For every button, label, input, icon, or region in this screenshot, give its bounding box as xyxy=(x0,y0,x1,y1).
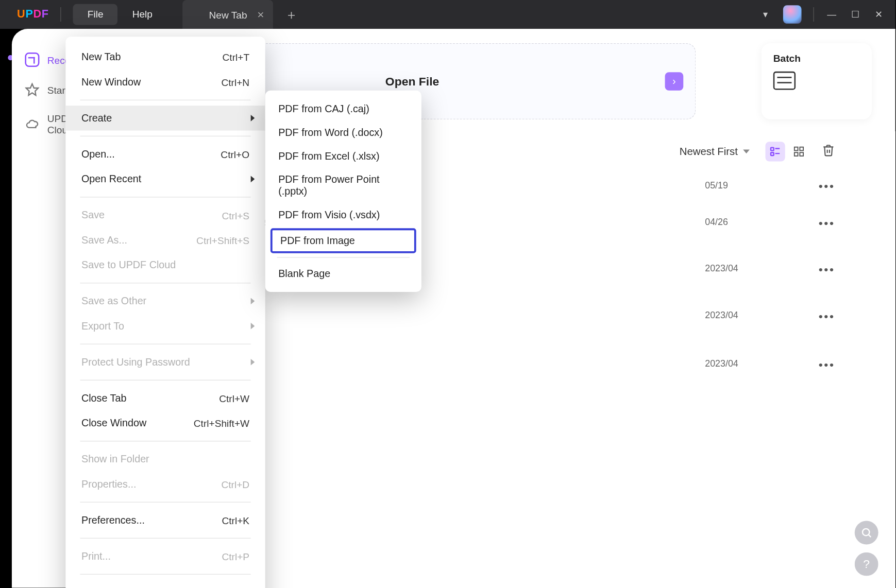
svg-rect-3 xyxy=(771,152,774,155)
file-more-icon[interactable]: ••• xyxy=(803,180,835,194)
menu-item-label: Save xyxy=(81,209,105,221)
titlebar-separator xyxy=(813,7,814,22)
menu-item: SaveCtrl+S xyxy=(65,203,265,228)
menu-item: Save to UPDF Cloud xyxy=(65,252,265,277)
chevron-down-icon xyxy=(743,149,750,153)
titlebar: UPDF File Help New Tab × ＋ ▾ — ☐ ✕ xyxy=(0,0,895,29)
svg-rect-1 xyxy=(771,148,774,151)
view-grid-button[interactable] xyxy=(789,142,808,161)
sort-label: Newest First xyxy=(680,146,738,158)
file-more-icon[interactable]: ••• xyxy=(803,309,835,323)
menu-separator xyxy=(80,441,250,441)
menu-item[interactable]: Create xyxy=(65,106,265,130)
menu-item-shortcut: Ctrl+P xyxy=(222,551,249,562)
svg-rect-8 xyxy=(800,152,803,156)
sort-dropdown[interactable]: Newest First xyxy=(680,146,750,158)
menu-separator xyxy=(80,197,250,197)
menu-item-shortcut: Ctrl+O xyxy=(221,149,249,160)
view-list-button[interactable] xyxy=(765,142,785,161)
svg-line-10 xyxy=(869,535,871,537)
menu-help[interactable]: Help xyxy=(118,4,167,25)
clock-icon xyxy=(25,53,39,67)
menu-item-shortcut: Ctrl+S xyxy=(222,210,249,221)
menu-item-shortcut: Ctrl+D xyxy=(221,478,249,490)
submenu-item[interactable]: PDF from Visio (.vsdx) xyxy=(265,203,421,227)
menu-item-shortcut: Ctrl+W xyxy=(219,392,249,404)
svg-point-9 xyxy=(863,529,869,535)
star-icon xyxy=(25,83,39,97)
menu-file[interactable]: File xyxy=(73,4,118,25)
new-tab-button[interactable]: ＋ xyxy=(285,6,298,23)
window-minimize-icon[interactable]: — xyxy=(826,9,838,21)
app-logo: UPDF xyxy=(17,8,49,21)
svg-rect-6 xyxy=(800,147,803,151)
menu-item[interactable]: New TabCtrl+T xyxy=(65,45,265,70)
menu-item: Export To xyxy=(65,314,265,338)
file-more-icon[interactable]: ••• xyxy=(803,216,835,230)
window-maximize-icon[interactable]: ☐ xyxy=(850,9,861,21)
menu-item: Properties...Ctrl+D xyxy=(65,472,265,496)
file-date: 05/19 xyxy=(705,180,803,190)
menu-item-label: Properties... xyxy=(81,478,136,490)
trash-button[interactable] xyxy=(822,144,835,160)
menu-separator xyxy=(80,502,250,503)
menu-separator xyxy=(277,257,410,257)
menu-item-shortcut: Ctrl+N xyxy=(221,76,249,88)
menu-separator xyxy=(80,538,250,539)
submenu-item[interactable]: PDF from Word (.docx) xyxy=(265,120,421,144)
menu-item-shortcut: Ctrl+Shift+W xyxy=(194,418,249,429)
open-file-arrow-icon[interactable]: › xyxy=(665,72,684,91)
batch-icon xyxy=(773,72,796,90)
float-help-button[interactable]: ? xyxy=(855,552,878,576)
menu-item-label: Preferences... xyxy=(81,514,145,526)
tab-new[interactable]: New Tab × xyxy=(183,0,274,29)
float-search-button[interactable] xyxy=(855,521,878,545)
menu-item-label: Save as Other xyxy=(81,295,146,307)
menu-item-label: Save As... xyxy=(81,234,127,246)
menu-separator xyxy=(80,283,250,283)
file-date: 2023/04 xyxy=(705,358,803,369)
menu-item-shortcut: Ctrl+K xyxy=(222,514,249,526)
chevron-right-icon xyxy=(251,298,255,304)
tab-close-icon[interactable]: × xyxy=(257,8,264,22)
cloud-icon xyxy=(25,117,39,131)
menu-item[interactable]: New WindowCtrl+N xyxy=(65,70,265,94)
svg-rect-5 xyxy=(794,147,798,151)
submenu-item-pdf-from-image[interactable]: PDF from Image xyxy=(271,228,416,253)
submenu-item[interactable]: PDF from Power Point (.pptx) xyxy=(265,168,421,203)
menu-item[interactable]: Preferences...Ctrl+K xyxy=(65,508,265,532)
menu-item-label: Save to UPDF Cloud xyxy=(81,259,176,271)
svg-rect-7 xyxy=(794,152,798,156)
menu-item-label: Protect Using Password xyxy=(81,356,190,368)
menu-item[interactable]: Quit UPDFCtrl+Q xyxy=(65,580,265,588)
menu-item: Print...Ctrl+P xyxy=(65,544,265,568)
menu-item-label: Close Window xyxy=(81,417,146,429)
menu-separator xyxy=(80,344,250,344)
svg-marker-0 xyxy=(26,84,38,95)
batch-card[interactable]: Batch xyxy=(762,43,872,119)
window-close-icon[interactable]: ✕ xyxy=(873,9,885,21)
menu-separator xyxy=(80,100,250,100)
menu-item[interactable]: Open Recent xyxy=(65,167,265,192)
menu-item-label: Print... xyxy=(81,550,111,562)
file-more-icon[interactable]: ••• xyxy=(803,263,835,277)
menu-item-label: Open... xyxy=(81,148,115,160)
file-date: 2023/04 xyxy=(705,263,803,273)
chevron-down-icon[interactable]: ▾ xyxy=(759,9,771,21)
menu-item[interactable]: Close WindowCtrl+Shift+W xyxy=(65,411,265,436)
submenu-item[interactable]: PDF from CAJ (.caj) xyxy=(265,97,421,121)
menu-item-shortcut: Ctrl+T xyxy=(223,51,250,63)
chevron-right-icon xyxy=(251,323,255,330)
tab-label: New Tab xyxy=(209,9,247,20)
chevron-right-icon xyxy=(251,176,255,182)
submenu-item[interactable]: PDF from Excel (.xlsx) xyxy=(265,144,421,168)
file-more-icon[interactable]: ••• xyxy=(803,358,835,372)
avatar[interactable] xyxy=(783,5,802,24)
file-date: 2023/04 xyxy=(705,309,803,320)
menu-item[interactable]: Close TabCtrl+W xyxy=(65,386,265,410)
menu-item-shortcut: Ctrl+Shift+S xyxy=(196,234,249,246)
menu-item: Protect Using Password xyxy=(65,350,265,374)
submenu-item-blank-page[interactable]: Blank Page xyxy=(265,262,421,285)
menu-item[interactable]: Open...Ctrl+O xyxy=(65,142,265,166)
menu-item-label: Create xyxy=(81,112,112,124)
